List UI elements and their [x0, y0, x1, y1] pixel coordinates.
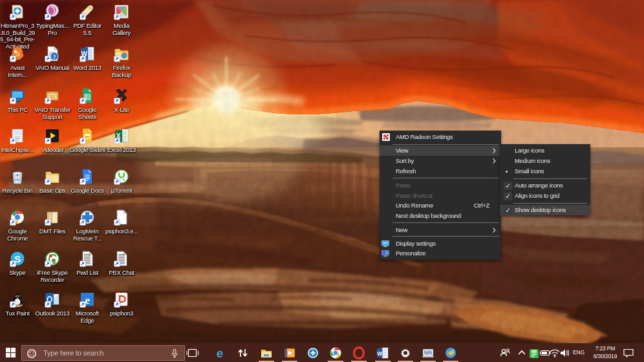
svg-text:W: W — [377, 350, 383, 356]
svg-text:?: ? — [53, 54, 56, 60]
svg-text:e: e — [217, 346, 224, 359]
